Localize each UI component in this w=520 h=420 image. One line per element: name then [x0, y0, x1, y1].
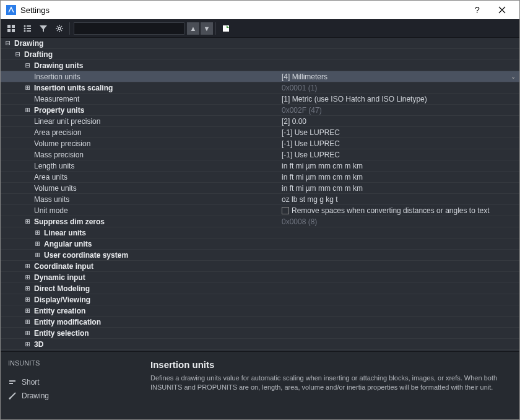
- tree-node-entity-selection[interactable]: Entity selection: [1, 328, 519, 339]
- alphabetical-icon[interactable]: [20, 21, 35, 36]
- row-area-precision[interactable]: Area precision [-1] Use LUPREC: [1, 127, 519, 138]
- expand-icon[interactable]: [34, 240, 41, 248]
- expand-icon[interactable]: [24, 285, 32, 292]
- svg-rect-13: [9, 380, 15, 382]
- svg-point-7: [24, 30, 26, 32]
- svg-point-15: [9, 398, 11, 400]
- tree-node-display-viewing[interactable]: Display/Viewing: [1, 294, 519, 305]
- window-title: Settings: [20, 6, 465, 15]
- row-mass-units[interactable]: Mass units oz lb st mg g kg t: [1, 194, 519, 205]
- tree-node-angular-units[interactable]: Angular units: [1, 238, 519, 250]
- description-panel: INSUNITS Short Drawing Insertion units D…: [1, 351, 519, 419]
- toolbar: ▲ ▼: [1, 19, 519, 38]
- row-linear-unit-precision[interactable]: Linear unit precision [2] 0.00: [1, 116, 519, 127]
- svg-rect-3: [7, 29, 11, 32]
- row-area-units[interactable]: Area units in ft mi µm mm cm m km: [1, 172, 519, 183]
- checkbox[interactable]: [282, 207, 289, 214]
- categorized-icon[interactable]: [4, 21, 19, 36]
- short-icon: [8, 378, 17, 387]
- expand-icon[interactable]: [24, 318, 32, 326]
- tree-node-ucs[interactable]: User coordinate system: [1, 250, 519, 261]
- collapse-icon[interactable]: [24, 62, 32, 69]
- app-icon: [6, 4, 17, 15]
- collapse-icon[interactable]: [14, 51, 22, 58]
- description-text: Defines a drawing units value for automa…: [150, 374, 512, 393]
- svg-point-11: [58, 27, 61, 30]
- expand-icon[interactable]: [34, 252, 41, 259]
- row-length-units[interactable]: Length units in ft mi µm mm cm m km: [1, 160, 519, 172]
- tree-node-entity-modification[interactable]: Entity modification: [1, 317, 519, 328]
- tree-node-entity-creation[interactable]: Entity creation: [1, 305, 519, 317]
- row-unit-mode[interactable]: Unit mode Remove spaces when converting …: [1, 205, 519, 216]
- svg-rect-12: [223, 25, 229, 32]
- row-insertion-units-scaling[interactable]: Insertion units scaling 0x0001 (1): [1, 82, 519, 94]
- scope-drawing: Drawing: [8, 389, 150, 403]
- expand-icon[interactable]: [24, 84, 32, 92]
- svg-point-5: [24, 25, 26, 27]
- svg-rect-1: [7, 25, 11, 28]
- svg-rect-2: [12, 25, 15, 28]
- expand-icon[interactable]: [24, 341, 32, 348]
- svg-point-6: [24, 27, 26, 29]
- expand-icon[interactable]: [24, 296, 32, 304]
- tree-node-linear-units[interactable]: Linear units: [1, 227, 519, 238]
- row-measurement[interactable]: Measurement [1] Metric (use ISO Hatch an…: [1, 94, 519, 105]
- collapse-icon[interactable]: [4, 40, 12, 47]
- tree-node-direct-modeling[interactable]: Direct Modeling: [1, 283, 519, 294]
- svg-rect-8: [27, 25, 31, 27]
- expand-icon[interactable]: [24, 218, 32, 225]
- chevron-down-icon[interactable]: ⌄: [511, 73, 516, 80]
- tree-node-drawing-units[interactable]: Drawing units: [1, 60, 519, 71]
- row-suppress-dim-zeros[interactable]: Suppress dim zeros 0x0008 (8): [1, 216, 519, 227]
- scope-short: Short: [8, 375, 150, 389]
- description-title: Insertion units: [150, 359, 512, 370]
- row-volume-units[interactable]: Volume units in ft mi µm mm cm m km: [1, 183, 519, 194]
- tree-node-interference[interactable]: Interference: [1, 350, 519, 351]
- titlebar: Settings ?: [1, 1, 519, 19]
- expand-icon[interactable]: [24, 307, 32, 315]
- expand-icon[interactable]: [24, 330, 32, 337]
- drawing-icon: [8, 392, 17, 400]
- expand-icon[interactable]: [24, 263, 32, 270]
- tree-node-dynamic-input[interactable]: Dynamic input: [1, 272, 519, 283]
- svg-rect-14: [9, 383, 13, 384]
- row-volume-precision[interactable]: Volume precision [-1] Use LUPREC: [1, 138, 519, 149]
- expand-icon[interactable]: [34, 229, 41, 237]
- help-button[interactable]: ?: [465, 1, 490, 19]
- expand-icon[interactable]: [24, 107, 32, 114]
- search-prev-button[interactable]: ▲: [187, 22, 199, 35]
- svg-rect-9: [27, 28, 31, 29]
- svg-rect-4: [12, 29, 15, 32]
- search-input[interactable]: [74, 22, 184, 35]
- export-icon[interactable]: [219, 21, 233, 36]
- tree-node-3d[interactable]: 3D: [1, 339, 519, 350]
- gear-icon[interactable]: [52, 21, 67, 36]
- tree-node-coordinate-input[interactable]: Coordinate input: [1, 261, 519, 272]
- row-insertion-units[interactable]: Insertion units [4] Millimeters⌄: [1, 71, 519, 82]
- svg-rect-10: [27, 30, 31, 32]
- tree-node-drawing[interactable]: Drawing: [1, 38, 519, 49]
- row-mass-precision[interactable]: Mass precision [-1] Use LUPREC: [1, 149, 519, 160]
- tree-node-drafting[interactable]: Drafting: [1, 49, 519, 60]
- filter-icon[interactable]: [36, 21, 51, 36]
- row-property-units[interactable]: Property units 0x002F (47): [1, 105, 519, 116]
- expand-icon[interactable]: [24, 274, 32, 281]
- search-next-button[interactable]: ▼: [201, 22, 213, 35]
- variable-name: INSUNITS: [8, 359, 150, 367]
- close-button[interactable]: [490, 1, 514, 19]
- settings-tree[interactable]: Drawing Drafting Drawing units Insertion…: [1, 38, 519, 351]
